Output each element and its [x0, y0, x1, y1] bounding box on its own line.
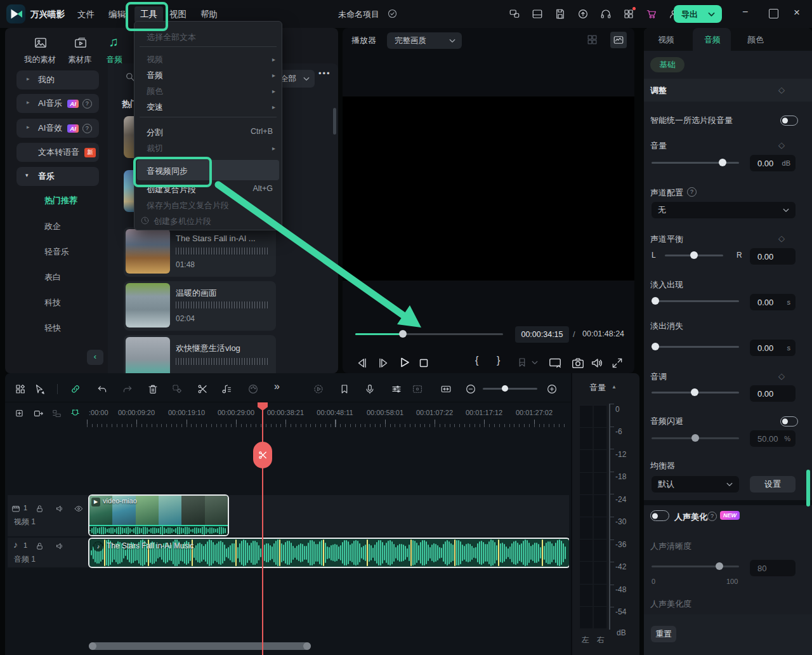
timeline-h-scrollbar[interactable]	[89, 642, 311, 650]
voice-clarity-value-box[interactable]: 80	[750, 560, 796, 576]
sidebar-cat-tech[interactable]: 科技	[44, 297, 61, 308]
scope-icon[interactable]	[610, 32, 627, 48]
help-icon[interactable]: ?	[707, 512, 717, 521]
balance-value-box[interactable]: 0.00	[750, 248, 796, 265]
ducking-slider-handle[interactable]	[691, 434, 699, 442]
marker-button[interactable]	[516, 357, 528, 368]
menu-item-audio[interactable]: 音频	[147, 70, 163, 81]
select-tool-icon[interactable]	[34, 383, 45, 395]
menu-file[interactable]: 文件	[77, 9, 95, 20]
menu-item-split[interactable]: 分割	[147, 127, 163, 138]
detach-audio-icon[interactable]	[221, 383, 232, 395]
menu-view[interactable]: 视图	[169, 9, 187, 20]
fade-in-slider[interactable]	[652, 300, 739, 302]
fit-timeline-icon[interactable]	[440, 383, 452, 395]
tab-library[interactable]: 素材库	[63, 34, 98, 65]
basic-pill[interactable]: 基础	[650, 57, 684, 72]
preview-quality-icon[interactable]	[412, 383, 423, 395]
keyframe-icon[interactable]: ◇	[778, 85, 785, 95]
player-progress-handle[interactable]	[399, 330, 407, 338]
snap-icon[interactable]	[70, 408, 81, 419]
scrollbar-left-cap[interactable]	[89, 642, 96, 650]
voice-clarity-slider[interactable]	[652, 566, 739, 567]
media-card[interactable]: The Stars Fall in-AI ... 01:48	[124, 227, 276, 277]
add-track-icon[interactable]	[15, 408, 25, 419]
minimize-button[interactable]: −	[742, 6, 748, 18]
tab-video[interactable]: 视频	[658, 34, 674, 46]
menu-item-avsync[interactable]: 音视频同步	[147, 166, 188, 177]
ripple-edit-icon[interactable]	[51, 408, 62, 419]
quality-dropdown[interactable]: 完整画质	[387, 32, 462, 49]
help-icon[interactable]: ?	[82, 99, 92, 109]
multiview-icon[interactable]	[586, 34, 598, 46]
collapse-sidebar-button[interactable]: ‹	[87, 350, 103, 365]
menu-help[interactable]: 帮助	[200, 9, 218, 20]
more-button[interactable]: •••	[318, 69, 331, 78]
upload-icon[interactable]	[577, 8, 589, 20]
channel-dropdown[interactable]: 无	[652, 202, 796, 218]
ruler-ticks-minor[interactable]	[87, 424, 568, 427]
play-button[interactable]	[396, 355, 412, 370]
help-icon[interactable]: ?	[82, 124, 92, 133]
zoom-in-icon[interactable]	[546, 383, 558, 395]
tab-audio[interactable]: 音频	[704, 34, 721, 46]
playhead-scissors-button[interactable]	[253, 442, 272, 468]
current-timecode[interactable]: 00:00:34:15	[515, 326, 569, 343]
display-mode-button[interactable]	[548, 356, 562, 370]
menu-item-speed[interactable]: 变速	[147, 102, 163, 113]
save-icon[interactable]	[554, 8, 566, 20]
next-frame-button[interactable]	[376, 356, 390, 370]
media-list-scrollbar[interactable]	[333, 108, 336, 135]
audio-mixer-icon[interactable]	[391, 383, 402, 395]
export-chevron-icon[interactable]	[708, 12, 715, 17]
keyframe-icon[interactable]: ◇	[778, 234, 785, 243]
scrollbar-right-cap[interactable]	[303, 642, 311, 650]
track-manage-icon[interactable]	[15, 383, 26, 395]
voice-enhance-toggle[interactable]	[650, 510, 669, 521]
tab-color[interactable]: 颜色	[747, 34, 764, 46]
ducking-toggle[interactable]	[780, 416, 798, 427]
fade-in-value-box[interactable]: 0.00s	[750, 294, 796, 310]
fade-in-handle[interactable]	[652, 297, 659, 305]
media-card[interactable]: 温暖的画面 02:04	[124, 281, 276, 331]
reset-button[interactable]: 重置	[651, 626, 676, 642]
fullscreen-button[interactable]	[611, 357, 624, 369]
eq-settings-button[interactable]: 设置	[750, 476, 796, 493]
mute-track-icon[interactable]	[55, 541, 65, 551]
more-tools-icon[interactable]: »	[274, 381, 280, 392]
mark-in-button[interactable]: {	[475, 355, 478, 366]
marker-chevron-icon[interactable]	[532, 361, 538, 365]
delete-icon[interactable]	[147, 383, 159, 395]
pitch-value-box[interactable]: 0.00	[750, 385, 796, 402]
sidebar-item-tts[interactable]: 文本转语音 新	[16, 143, 99, 162]
redo-icon[interactable]	[122, 383, 133, 395]
help-icon[interactable]: ?	[687, 187, 697, 197]
voice-clarity-handle[interactable]	[716, 562, 723, 570]
snapshot-button[interactable]	[571, 356, 585, 370]
fade-out-value-box[interactable]: 0.00s	[750, 340, 796, 356]
zoom-slider[interactable]	[483, 388, 537, 390]
close-button[interactable]: ×	[794, 6, 800, 19]
playhead-head[interactable]	[258, 402, 268, 411]
sidebar-cat-upbeat[interactable]: 轻快	[44, 322, 61, 334]
support-headset-icon[interactable]	[600, 8, 612, 20]
sidebar-item-ai-fx[interactable]: ▸ AI音效 AI ?	[16, 119, 99, 138]
inspector-scrollbar[interactable]	[806, 470, 810, 506]
mark-out-button[interactable]: }	[497, 355, 500, 366]
lock-icon[interactable]	[35, 504, 44, 513]
split-scissors-icon[interactable]	[197, 383, 208, 395]
volume-slider-handle[interactable]	[719, 159, 726, 166]
pitch-slider-handle[interactable]	[691, 388, 698, 396]
zoom-slider-handle[interactable]	[502, 385, 508, 392]
smart-volume-toggle[interactable]	[780, 116, 798, 126]
keyframe-icon[interactable]: ◇	[778, 140, 785, 150]
playhead-line[interactable]	[262, 402, 263, 655]
menu-item-compound[interactable]: 创建复合片段	[147, 184, 196, 195]
prev-frame-button[interactable]	[355, 356, 369, 370]
eq-preset-dropdown[interactable]: 默认	[652, 476, 739, 493]
audio-clip[interactable]: ♪ The Stars Fall in-AI Music	[88, 538, 569, 568]
tab-audio[interactable]: ♫ 音频	[100, 34, 129, 65]
stop-button[interactable]	[417, 356, 431, 370]
visibility-eye-icon[interactable]	[74, 504, 84, 513]
copy-effects-icon[interactable]	[171, 383, 183, 395]
